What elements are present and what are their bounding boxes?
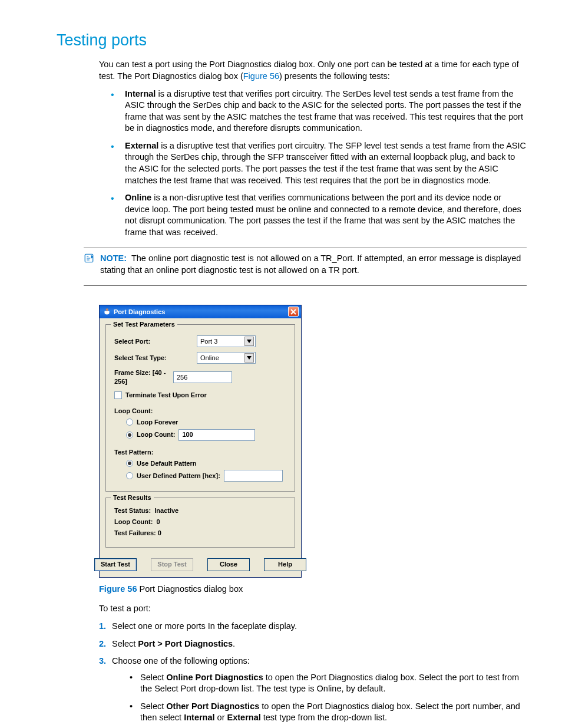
port-diagnostics-dialog: Port Diagnostics Set Test Parameters Sel… (99, 305, 302, 577)
help-button[interactable]: Help (264, 558, 306, 571)
set-test-parameters-group: Set Test Parameters Select Port: Port 3 … (105, 324, 295, 492)
chevron-down-icon (244, 337, 254, 346)
divider (84, 248, 527, 248)
figure-caption: Figure 56 Port Diagnostics dialog box (99, 584, 527, 595)
divider (84, 285, 527, 286)
step-2: Select Port > Port Diagnostics. (99, 638, 527, 650)
s3a-b1: Online Port Diagnostics (166, 673, 263, 682)
use-default-pattern-label: Use Default Pattern (137, 459, 196, 468)
external-text: is a disruptive test that verifies port … (125, 141, 526, 185)
loop-count-header: Loop Count: (114, 407, 286, 416)
intro-paragraph: You can test a port using the Port Diagn… (99, 59, 527, 82)
note-text: The online port diagnostic test is not a… (100, 253, 521, 275)
results-legend: Test Results (111, 493, 154, 502)
user-defined-pattern-input[interactable] (224, 470, 283, 482)
steps-list: Select one or more ports In the faceplat… (99, 621, 527, 728)
online-text: is a non-disruptive test that verifies c… (125, 193, 521, 237)
step-3: Choose one of the following options: Sel… (99, 655, 527, 724)
loop-forever-radio[interactable] (126, 419, 133, 426)
frame-size-input[interactable]: 256 (173, 371, 232, 383)
params-legend: Set Test Parameters (111, 320, 177, 329)
select-port-value: Port 3 (200, 337, 217, 346)
loop-count-radio-label: Loop Count: (137, 430, 175, 439)
stop-test-button: Stop Test (151, 558, 193, 571)
s3b-b1: Other Port Diagnostics (166, 701, 259, 711)
select-test-type-dropdown[interactable]: Online (197, 352, 256, 364)
user-defined-pattern-label: User Defined Pattern [hex]: (137, 472, 220, 480)
test-pattern-header: Test Pattern: (114, 448, 286, 457)
test-type-list: Internal is a disruptive test that verif… (111, 88, 527, 239)
result-loop-value: 0 (157, 518, 160, 525)
dialog-title: Port Diagnostics (114, 308, 165, 317)
java-icon (103, 308, 111, 315)
terminate-label: Terminate Test Upon Error (125, 391, 207, 400)
select-port-label: Select Port: (114, 337, 197, 346)
test-status-label: Test Status: (114, 507, 151, 514)
internal-label: Internal (125, 89, 156, 98)
external-label: External (125, 141, 158, 150)
s3b-b2: Internal (184, 713, 214, 722)
test-results-group: Test Results Test Status: Inactive Loop … (105, 498, 295, 548)
s3b-post: test type from the drop-down list. (261, 713, 387, 722)
loop-count-radio[interactable] (126, 431, 133, 439)
chevron-down-icon (244, 353, 254, 363)
select-test-type-value: Online (200, 354, 219, 363)
note-icon (84, 253, 94, 276)
close-button[interactable] (288, 307, 299, 317)
step-3a: Select Online Port Diagnostics to open t… (130, 672, 527, 695)
user-defined-pattern-radio[interactable] (126, 472, 133, 479)
list-item: External is a disruptive test that verif… (111, 140, 527, 186)
dialog-titlebar[interactable]: Port Diagnostics (100, 305, 301, 318)
figure-link-inline[interactable]: Figure 56 (243, 71, 279, 81)
result-loop-label: Loop Count: (114, 518, 153, 525)
use-default-pattern-radio[interactable] (126, 460, 133, 467)
step-3b: Select Other Port Diagnostics to open th… (130, 701, 527, 724)
s3b-or: or (215, 713, 227, 722)
page-heading: Testing ports (57, 29, 527, 51)
step2-pre: Select (112, 639, 138, 648)
step2-post: . (233, 639, 235, 648)
list-item: Online is a non-disruptive test that ver… (111, 192, 527, 238)
select-test-type-label: Select Test Type: (114, 354, 197, 363)
test-status-value: Inactive (154, 507, 178, 514)
loop-count-value: 100 (182, 430, 193, 439)
note-label: NOTE: (100, 253, 127, 263)
step2-bold: Port > Port Diagnostics (138, 639, 233, 648)
terminate-checkbox[interactable] (114, 391, 122, 399)
internal-text: is a disruptive test that verifies port … (125, 89, 523, 133)
figure-caption-text: Port Diagnostics dialog box (137, 584, 243, 594)
online-label: Online (125, 193, 151, 202)
test-failures-value: 0 (158, 529, 161, 536)
close-dialog-button[interactable]: Close (207, 558, 250, 571)
step-1: Select one or more ports In the faceplat… (99, 621, 527, 633)
step3-text: Choose one of the following options: (112, 656, 250, 666)
to-test-a-port: To test a port: (99, 603, 527, 615)
intro-text-2: ) presents the following tests: (279, 71, 390, 81)
loop-count-input[interactable]: 100 (178, 429, 255, 441)
loop-forever-label: Loop Forever (137, 418, 178, 427)
list-item: Internal is a disruptive test that verif… (111, 88, 527, 134)
s3a-pre: Select (140, 673, 166, 682)
select-port-dropdown[interactable]: Port 3 (197, 335, 256, 347)
test-failures-label: Test Failures: (114, 529, 156, 536)
s3b-b3: External (227, 713, 261, 722)
frame-size-label: Frame Size: [40 - 256] (114, 368, 173, 386)
frame-size-value: 256 (177, 373, 187, 382)
figure-label: Figure 56 (99, 584, 137, 594)
start-test-button[interactable]: Start Test (94, 558, 137, 571)
s3b-pre: Select (140, 701, 166, 711)
note-block: NOTE: The online port diagnostic test is… (84, 253, 527, 276)
dialog-button-row: Start Test Stop Test Close Help (100, 554, 301, 577)
